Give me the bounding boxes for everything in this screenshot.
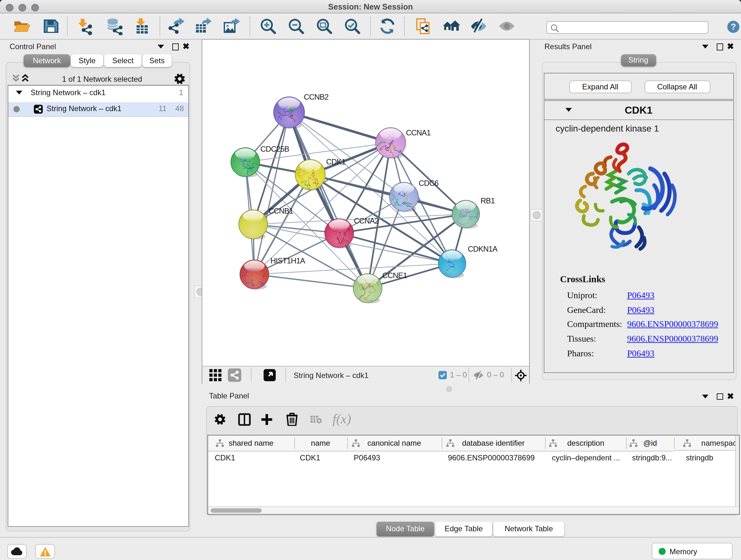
svg-text:CDK1: CDK1 (326, 158, 346, 166)
svg-text:CCNE1: CCNE1 (382, 271, 407, 280)
svg-text:CCNA2: CCNA2 (354, 216, 379, 225)
svg-text:CCNB1: CCNB1 (268, 206, 293, 215)
svg-text:CCNB2: CCNB2 (304, 92, 329, 101)
svg-text:CDC25B: CDC25B (260, 145, 289, 153)
svg-text:CDC6: CDC6 (419, 179, 439, 187)
svg-text:?: ? (731, 22, 736, 32)
svg-text:RB1: RB1 (481, 196, 495, 205)
svg-text:CCNA1: CCNA1 (406, 128, 431, 137)
svg-text:HIST1H1A: HIST1H1A (270, 256, 305, 265)
svg-text:CDKN1A: CDKN1A (468, 245, 497, 253)
